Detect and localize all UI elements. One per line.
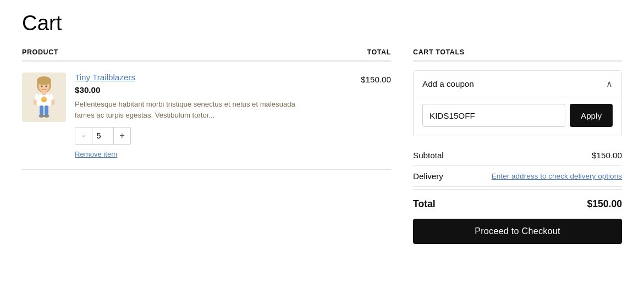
product-price: $30.00	[75, 85, 338, 95]
coupon-header-label: Add a coupon	[422, 79, 474, 88]
coupon-section: Add a coupon ∧ Apply	[413, 70, 622, 136]
cart-layout: PRODUCT TOTAL	[22, 48, 622, 244]
cart-table-header: PRODUCT TOTAL	[22, 48, 391, 62]
subtotal-row: Subtotal $150.00	[413, 145, 622, 166]
svg-point-16	[39, 114, 45, 118]
delivery-row: Delivery Enter address to check delivery…	[413, 166, 622, 187]
svg-point-17	[44, 114, 49, 118]
apply-coupon-button[interactable]: Apply	[570, 104, 613, 127]
product-image	[22, 73, 66, 122]
quantity-input[interactable]	[92, 127, 114, 144]
product-description: Pellentesque habitant morbi tristique se…	[75, 99, 306, 120]
svg-rect-9	[40, 106, 43, 115]
delivery-label: Delivery	[413, 171, 443, 181]
subtotal-value: $150.00	[592, 151, 622, 160]
svg-point-5	[46, 85, 47, 87]
quantity-decrease-button[interactable]: -	[75, 127, 92, 144]
quantity-increase-button[interactable]: +	[114, 127, 130, 144]
coupon-input[interactable]	[422, 104, 565, 127]
cart-item: Tiny Trailblazers $30.00 Pellentesque ha…	[22, 62, 391, 170]
product-image-svg	[25, 74, 63, 121]
cart-right: CART TOTALS Add a coupon ∧ Apply Subtota…	[413, 48, 622, 244]
totals-divider	[413, 189, 622, 190]
col-total-header: TOTAL	[367, 48, 391, 56]
cart-left: PRODUCT TOTAL	[22, 48, 391, 170]
checkout-button[interactable]: Proceed to Checkout	[413, 219, 622, 244]
svg-point-3	[37, 76, 51, 85]
page-container: Cart PRODUCT TOTAL	[0, 0, 644, 283]
total-value: $150.00	[587, 198, 622, 210]
svg-rect-11	[42, 92, 46, 95]
svg-rect-10	[45, 106, 48, 115]
cart-totals-title: CART TOTALS	[413, 48, 622, 62]
quantity-control: - +	[75, 127, 131, 145]
remove-item-button[interactable]: Remove item	[75, 150, 117, 158]
page-title: Cart	[22, 11, 622, 35]
product-total: $150.00	[347, 73, 391, 84]
total-label: Total	[413, 198, 436, 210]
coupon-chevron-icon: ∧	[606, 79, 613, 89]
svg-rect-14	[34, 99, 36, 105]
subtotal-label: Subtotal	[413, 151, 444, 160]
coupon-body: Apply	[414, 97, 621, 136]
total-row: Total $150.00	[413, 192, 622, 219]
svg-point-4	[41, 85, 43, 87]
svg-rect-15	[52, 99, 54, 105]
svg-point-8	[42, 96, 46, 100]
delivery-link[interactable]: Enter address to check delivery options	[492, 172, 622, 180]
product-details: Tiny Trailblazers $30.00 Pellentesque ha…	[75, 73, 338, 158]
product-name-link[interactable]: Tiny Trailblazers	[75, 73, 338, 82]
col-product-header: PRODUCT	[22, 48, 58, 56]
coupon-header[interactable]: Add a coupon ∧	[414, 71, 621, 97]
